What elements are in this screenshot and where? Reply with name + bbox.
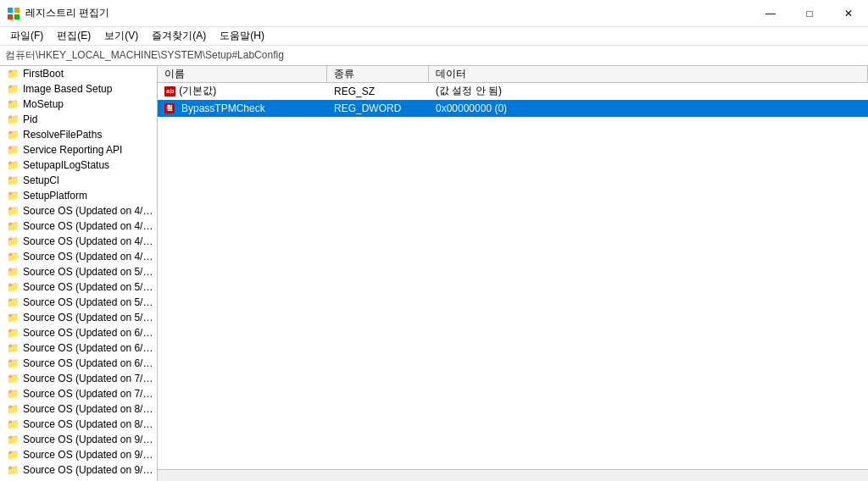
tree-item-label: Source OS (Updated on 7/31/20: [23, 388, 157, 400]
tree-item[interactable]: 📁Source OS (Updated on 6/19/20: [0, 340, 157, 356]
cell-type: REG_DWORD: [327, 100, 429, 116]
tree-item-label: Pid: [23, 113, 37, 125]
tree-item-label: Source OS (Updated on 6/4/202: [23, 357, 157, 369]
tree-item[interactable]: 📁Source OS (Updated on 5/1/202: [0, 264, 157, 279]
folder-icon: 📁: [7, 98, 19, 110]
cell-type: REG_SZ: [327, 83, 429, 99]
tree-item[interactable]: 📁MoSetup: [0, 97, 157, 112]
tree-item-label: SetupapILogStatus: [23, 159, 109, 171]
svg-rect-0: [8, 8, 13, 13]
svg-rect-1: [14, 8, 19, 13]
tree-item[interactable]: 📁FirstBoot: [0, 66, 157, 81]
table-row[interactable]: 힆BypassTPMCheckREG_DWORD0x00000000 (0): [158, 100, 868, 117]
folder-icon: 📁: [7, 251, 19, 263]
tree-item[interactable]: 📁ResolveFilePaths: [0, 127, 157, 142]
tree-item-label: SetupCl: [23, 174, 59, 186]
dword-icon: 힆: [164, 103, 175, 113]
tree-item[interactable]: 📁Source OS (Updated on 5/25/20: [0, 279, 157, 295]
tree-item[interactable]: 📁Source OS (Updated on 4/17/20: [0, 203, 157, 218]
col-header-data[interactable]: 데이터: [429, 66, 868, 82]
tree-item[interactable]: 📁SetupCl: [0, 173, 157, 188]
minimize-button[interactable]: —: [751, 0, 790, 27]
folder-icon: 📁: [7, 464, 19, 476]
title-bar: 레지스트리 편집기 — □ ✕: [0, 0, 868, 27]
cell-data: (값 설정 안 됨): [429, 83, 868, 99]
svg-rect-2: [8, 14, 13, 19]
tree-item[interactable]: 📁Service Reporting API: [0, 142, 157, 158]
folder-icon: 📁: [7, 235, 19, 247]
folder-icon: 📁: [7, 388, 19, 400]
folder-icon: 📁: [7, 129, 19, 141]
maximize-button[interactable]: □: [790, 0, 829, 27]
menu-item-e[interactable]: 편집(E): [50, 27, 97, 45]
tree-item[interactable]: 📁Status: [0, 478, 157, 481]
title-bar-controls: — □ ✕: [751, 0, 868, 27]
tree-item-label: Source OS (Updated on 4/18/20: [23, 235, 157, 247]
tree-item[interactable]: 📁Source OS (Updated on 4/18/20: [0, 234, 157, 249]
folder-icon: 📁: [7, 327, 19, 339]
cell-name: 힆BypassTPMCheck: [158, 100, 327, 116]
col-header-name[interactable]: 이름: [158, 66, 327, 82]
tree-item-label: Source OS (Updated on 9/3/202: [23, 464, 157, 476]
tree-item[interactable]: 📁SetupPlatform: [0, 188, 157, 203]
cell-name: ab(기본값): [158, 83, 327, 99]
tree-item[interactable]: 📁Source OS (Updated on 7/31/20: [0, 386, 157, 401]
app-icon: [7, 7, 20, 20]
tree-item-label: Source OS (Updated on 5/30/20: [23, 296, 157, 308]
title-bar-left: 레지스트리 편집기: [7, 6, 109, 20]
folder-icon: 📁: [7, 205, 19, 217]
tree-item-label: Source OS (Updated on 8/18/20: [23, 403, 157, 415]
menu-item-f[interactable]: 파일(F): [3, 27, 50, 45]
tree-item-label: Source OS (Updated on 6/11/20: [23, 327, 157, 339]
tree-item-label: Source OS (Updated on 5/8/202: [23, 312, 157, 323]
menu-item-a[interactable]: 즐겨찾기(A): [145, 27, 213, 45]
tree-item-label: FirstBoot: [23, 68, 64, 80]
table-row[interactable]: ab(기본값)REG_SZ(값 설정 안 됨): [158, 83, 868, 100]
right-panel: 이름 종류 데이터 ab(기본값)REG_SZ(값 설정 안 됨)힆Bypass…: [158, 66, 868, 481]
tree-item[interactable]: 📁Source OS (Updated on 9/10/20: [0, 432, 157, 447]
table-body[interactable]: ab(기본값)REG_SZ(값 설정 안 됨)힆BypassTPMCheckRE…: [158, 83, 868, 469]
folder-icon: 📁: [7, 159, 19, 171]
tree-item-label: Source OS (Updated on 4/22/20: [23, 251, 157, 263]
folder-icon: 📁: [7, 312, 19, 323]
tree-item[interactable]: 📁Source OS (Updated on 6/11/20: [0, 325, 157, 340]
tree-item[interactable]: 📁Image Based Setup: [0, 81, 157, 97]
tree-item[interactable]: 📁Source OS (Updated on 9/14/20: [0, 447, 157, 462]
col-header-type[interactable]: 종류: [327, 66, 429, 82]
folder-icon: 📁: [7, 418, 19, 430]
menu-item-h[interactable]: 도움말(H): [213, 27, 271, 45]
tree-item[interactable]: 📁Source OS (Updated on 4/22/20: [0, 249, 157, 264]
tree-item-label: Source OS (Updated on 9/14/20: [23, 449, 157, 461]
tree-item[interactable]: 📁SetupapILogStatus: [0, 158, 157, 173]
tree-item-label: Source OS (Updated on 4/17/20: [23, 205, 157, 217]
bottom-scrollbar[interactable]: [158, 469, 868, 481]
tree-item[interactable]: 📁Source OS (Updated on 8/18/20: [0, 401, 157, 417]
menu-item-v[interactable]: 보기(V): [97, 27, 145, 45]
tree-item[interactable]: 📁Source OS (Updated on 9/3/202: [0, 462, 157, 478]
folder-icon: 📁: [7, 449, 19, 461]
tree-item[interactable]: 📁Pid: [0, 112, 157, 127]
folder-icon: 📁: [7, 174, 19, 186]
tree-item-label: Image Based Setup: [23, 83, 112, 95]
address-bar: 컴퓨터\HKEY_LOCAL_MACHINE\SYSTEM\Setup#LabC…: [0, 46, 868, 66]
tree-panel[interactable]: 📁FirstBoot📁Image Based Setup📁MoSetup📁Pid…: [0, 66, 158, 481]
cell-name-text: BypassTPMCheck: [178, 102, 269, 114]
folder-icon: 📁: [7, 342, 19, 354]
tree-item[interactable]: 📁Source OS (Updated on 5/30/20: [0, 295, 157, 310]
tree-item-label: Source OS (Updated on 6/19/20: [23, 342, 157, 354]
tree-item-label: Source OS (Updated on 9/10/20: [23, 434, 157, 445]
tree-item[interactable]: 📁Source OS (Updated on 4/17/20: [0, 218, 157, 234]
folder-icon: 📁: [7, 220, 19, 232]
sz-icon: ab: [164, 86, 175, 97]
tree-item[interactable]: 📁Source OS (Updated on 5/8/202: [0, 310, 157, 325]
tree-item[interactable]: 📁Source OS (Updated on 6/4/202: [0, 356, 157, 371]
tree-item[interactable]: 📁Source OS (Updated on 8/28/20: [0, 417, 157, 432]
folder-icon: 📁: [7, 190, 19, 202]
close-button[interactable]: ✕: [829, 0, 868, 27]
main-area: 📁FirstBoot📁Image Based Setup📁MoSetup📁Pid…: [0, 66, 868, 481]
folder-icon: 📁: [7, 144, 19, 156]
tree-item[interactable]: 📁Source OS (Updated on 7/15/20: [0, 371, 157, 386]
cell-data: 0x00000000 (0): [429, 100, 868, 116]
svg-rect-3: [14, 14, 19, 19]
menu-bar: 파일(F)편집(E)보기(V)즐겨찾기(A)도움말(H): [0, 27, 868, 46]
